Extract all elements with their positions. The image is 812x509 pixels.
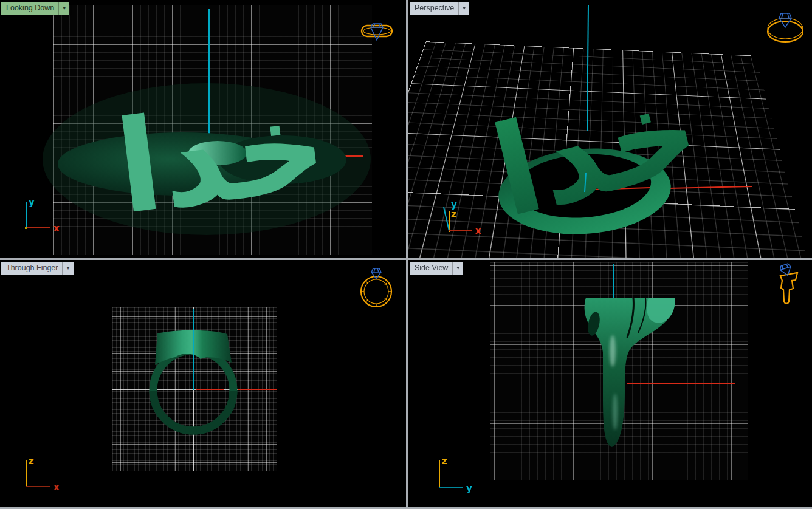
viewport-title-text[interactable]: Looking Down [1,2,58,15]
viewport-title-text[interactable]: Perspective [410,2,458,15]
ring-model-perspective[interactable]: خدا [480,55,713,245]
ring-model-side-view[interactable] [585,298,675,447]
x-axis-label: x [53,482,60,493]
viewport-through-finger[interactable]: z x Through Finger ▾ [0,260,406,507]
y-axis-label: y [29,197,35,208]
viewport-menu-chevron-icon[interactable]: ▾ [58,2,69,15]
ring-side-view-icon [779,263,797,303]
viewport-perspective[interactable]: خدا y z x Perspective ▾ [408,0,812,258]
profile-right-lobe [647,298,675,323]
viewport-title-through-finger[interactable]: Through Finger ▾ [1,262,74,275]
x-axis-label: x [53,223,60,234]
axis-indicator: z x [26,456,60,493]
viewport-title-side-view[interactable]: Side View ▾ [410,262,463,275]
y-axis-label: y [466,483,472,494]
viewport-side-view[interactable]: z y Side View ▾ [408,260,812,507]
ring-front-view-icon [361,268,391,307]
axis-indicator: y x [25,197,60,234]
z-axis-label: z [29,456,34,466]
bottom-edge-divider [0,507,812,509]
viewport-title-looking-down[interactable]: Looking Down ▾ [1,2,69,15]
axis-indicator: z y [439,456,472,494]
ring-top-view-icon [362,24,392,40]
viewport-menu-chevron-icon[interactable]: ▾ [62,262,73,275]
calligraphy-top: خدا [109,70,335,243]
calligraphy-perspective: خدا [480,55,713,245]
viewport-title-text[interactable]: Side View [410,262,452,275]
viewport-workspace: خدا y x Looking Down ▾ [0,0,812,509]
ring-perspective-icon [768,13,803,42]
viewport-title-text[interactable]: Through Finger [1,262,62,275]
ring-band-lower [153,391,233,431]
specular-highlight [610,335,616,367]
z-axis-label: z [442,456,447,466]
specular-highlight-2 [613,394,618,430]
x-axis-label: x [475,225,481,236]
viewport-menu-chevron-icon[interactable]: ▾ [452,262,463,275]
viewport-looking-down[interactable]: خدا y x Looking Down ▾ [0,0,406,258]
viewport-divider-vertical[interactable] [406,0,408,509]
axis-indicator: y z x [444,199,481,236]
viewport-menu-chevron-icon[interactable]: ▾ [458,2,469,15]
viewport-title-perspective[interactable]: Perspective ▾ [410,2,469,15]
z-axis-label: z [451,209,456,220]
viewport-divider-horizontal[interactable] [0,258,812,260]
